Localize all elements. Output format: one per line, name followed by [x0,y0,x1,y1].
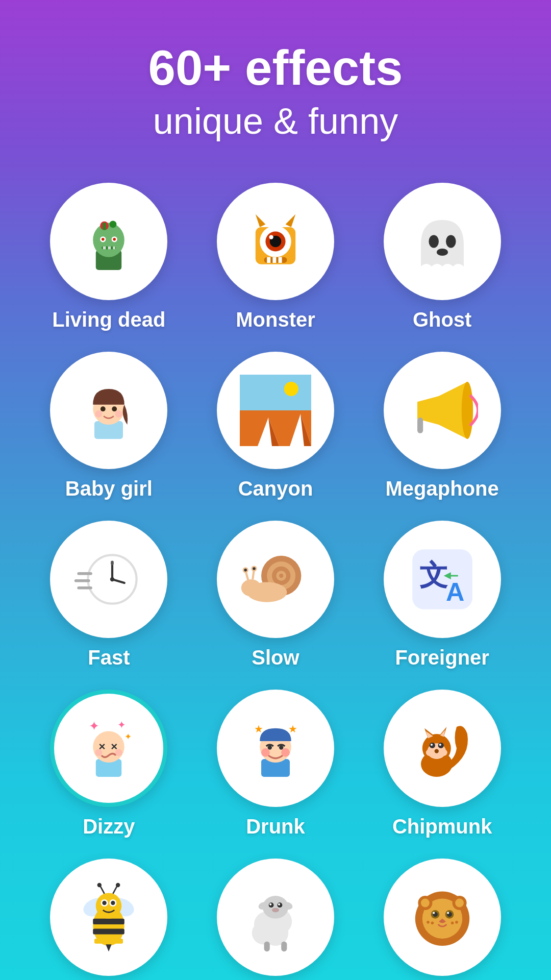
svg-point-31 [95,410,103,418]
effect-circle-drunk[interactable]: ★ ★ [217,690,334,807]
effect-item-foreigner[interactable]: 文 A Foreigner [364,521,520,669]
svg-point-17 [269,235,273,239]
effect-circle-monster[interactable] [217,183,334,300]
svg-point-144 [455,921,458,924]
svg-point-32 [115,410,122,418]
svg-point-26 [436,249,447,256]
svg-marker-19 [286,214,296,227]
svg-text:✦: ✦ [117,719,126,730]
svg-point-123 [278,903,280,905]
svg-point-122 [269,903,271,905]
effect-item-slow[interactable]: Slow [197,521,354,669]
effect-label-ghost: Ghost [413,308,472,331]
effect-item-drunk[interactable]: ★ ★ Drunk [197,690,354,838]
svg-rect-104 [94,939,123,944]
svg-text:A: A [446,577,464,606]
svg-point-141 [431,921,434,924]
svg-point-109 [111,900,115,904]
sheep-icon [240,881,311,953]
dizzy-icon: ✦ ✦ ✦ × × [73,713,144,784]
effect-circle-bee[interactable] [50,859,167,976]
effect-circle-baby-girl[interactable] [50,352,167,469]
effect-circle-slow[interactable] [217,521,334,638]
svg-text:文: 文 [419,559,448,591]
svg-point-84 [281,748,290,757]
effect-circle-fast[interactable] [50,521,167,638]
effect-item-fast[interactable]: Fast [31,521,187,669]
translate-icon: 文 A [407,544,478,615]
fast-icon [73,544,144,615]
svg-line-110 [101,886,105,893]
effect-item-baby-girl[interactable]: Baby girl [31,352,187,500]
svg-point-140 [447,912,449,914]
zombie-icon [73,206,144,277]
svg-rect-12 [113,246,115,249]
effect-label-slow: Slow [252,646,299,669]
svg-point-76 [115,749,122,756]
svg-point-30 [112,406,117,411]
effect-item-sheep[interactable]: Sheep [197,859,354,980]
svg-point-108 [103,900,107,904]
effect-item-ghost[interactable]: Ghost [364,183,520,331]
squirrel-icon [407,713,478,784]
effect-item-canyon[interactable]: Canyon [197,352,354,500]
effect-label-dizzy: Dizzy [83,815,135,838]
effect-label-megaphone: Megaphone [386,477,499,500]
main-title: 60+ effects [148,41,403,95]
svg-rect-102 [93,918,125,924]
svg-point-98 [439,749,447,756]
svg-point-124 [272,908,279,912]
svg-rect-42 [417,418,423,433]
svg-text:✦: ✦ [124,732,132,742]
svg-text:★: ★ [254,723,263,734]
effect-item-living-dead[interactable]: Living dead [31,183,187,331]
svg-text:★: ★ [288,723,297,734]
effect-item-monster[interactable]: Monster [197,183,354,331]
effect-item-dizzy[interactable]: ✦ ✦ ✦ × × Dizzy [31,690,187,838]
svg-point-64 [253,567,256,570]
svg-point-50 [110,577,114,581]
effect-item-chipmunk[interactable]: Chipmunk [364,690,520,838]
svg-point-75 [95,749,103,756]
effect-circle-sheep[interactable] [217,859,334,976]
effect-label-chipmunk: Chipmunk [392,815,492,838]
monster-icon [240,206,311,277]
svg-marker-114 [106,944,112,951]
svg-point-139 [433,912,435,914]
effect-circle-ghost[interactable] [384,183,501,300]
svg-point-134 [455,898,464,907]
svg-point-105 [96,893,121,918]
svg-point-63 [244,569,247,572]
svg-point-133 [421,898,430,907]
svg-point-1 [93,223,125,257]
megaphone-icon [407,375,478,446]
effect-item-megaphone[interactable]: Megaphone [364,352,520,500]
svg-point-111 [97,883,102,887]
effect-circle-living-dead[interactable] [50,183,167,300]
effect-label-monster: Monster [236,308,315,331]
effect-circle-canyon[interactable] [217,352,334,469]
effect-item-lion[interactable]: Lion [364,859,520,980]
effect-circle-dizzy[interactable]: ✦ ✦ ✦ × × [50,690,167,807]
svg-point-8 [113,238,116,241]
svg-point-34 [284,382,298,396]
svg-rect-103 [93,928,125,934]
effect-item-bee[interactable]: Bee [31,859,187,980]
svg-point-118 [252,921,275,944]
effect-circle-chipmunk[interactable] [384,690,501,807]
svg-rect-33 [240,375,311,410]
svg-point-24 [429,235,439,248]
canyon-icon [240,375,311,446]
svg-rect-127 [264,941,270,951]
svg-point-56 [279,573,283,577]
svg-rect-51 [111,560,114,565]
effect-circle-lion[interactable] [384,859,501,976]
lion-icon [407,881,478,953]
effect-label-canyon: Canyon [238,477,313,500]
girl-icon [73,375,144,446]
effect-circle-foreigner[interactable]: 文 A [384,521,501,638]
effect-label-baby-girl: Baby girl [65,477,153,500]
effect-circle-megaphone[interactable] [384,352,501,469]
svg-point-95 [439,743,441,745]
svg-point-25 [446,235,456,248]
